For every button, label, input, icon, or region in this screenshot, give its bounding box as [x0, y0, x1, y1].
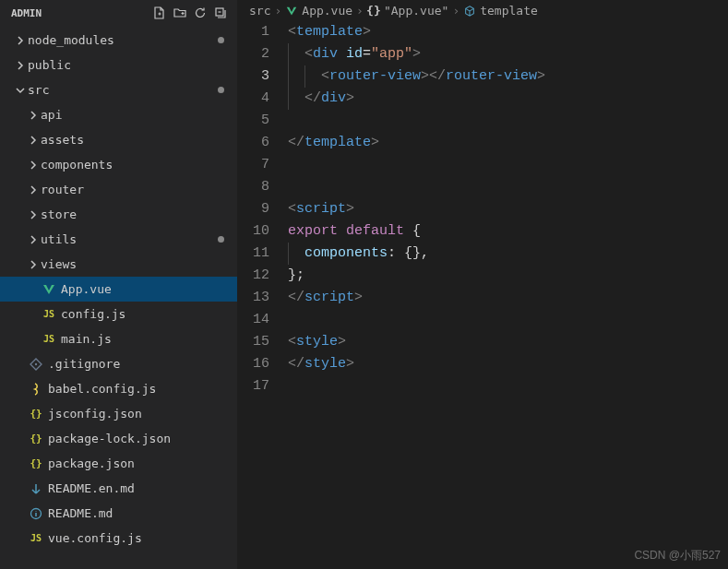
- tree-file[interactable]: {}jsconfig.json: [0, 401, 237, 426]
- file-explorer-sidebar: ADMIN node_modulespublicsrcapiassetscomp…: [0, 0, 238, 569]
- chevron-down-icon: [13, 83, 28, 98]
- tree-item-label: components: [41, 158, 230, 172]
- modified-dot-icon: [218, 87, 224, 93]
- js-icon: JS: [41, 331, 57, 348]
- tree-folder[interactable]: assets: [0, 127, 237, 152]
- tree-file[interactable]: {}package.json: [0, 451, 237, 476]
- tree-item-label: babel.config.js: [48, 382, 230, 396]
- chevron-right-icon: ›: [452, 4, 459, 18]
- info-icon: [28, 505, 44, 522]
- cube-icon: [463, 5, 476, 18]
- chevron-right-icon: [26, 183, 41, 197]
- new-file-icon[interactable]: [150, 4, 169, 22]
- json-icon: {}: [28, 431, 44, 447]
- tree-item-label: config.js: [61, 307, 230, 321]
- breadcrumb-file[interactable]: App.vue: [285, 4, 352, 18]
- code-editor[interactable]: 1234567891011121314151617 <template><div…: [238, 21, 728, 569]
- tree-folder[interactable]: public: [0, 53, 237, 77]
- tree-folder[interactable]: src: [0, 77, 237, 102]
- chevron-right-icon: [26, 108, 41, 123]
- tree-folder[interactable]: node_modules: [0, 28, 237, 53]
- svg-point-1: [35, 362, 37, 364]
- file-tree: node_modulespublicsrcapiassetscomponents…: [0, 26, 237, 569]
- sidebar-header: ADMIN: [0, 0, 237, 26]
- tree-item-label: router: [41, 183, 230, 196]
- tree-file[interactable]: README.md: [0, 501, 237, 526]
- tree-file[interactable]: JSmain.js: [0, 326, 237, 351]
- editor-pane: src › App.vue › {} "App.vue" › template …: [238, 0, 728, 569]
- tree-item-label: jsconfig.json: [48, 407, 230, 421]
- modified-dot-icon: [218, 37, 224, 43]
- chevron-right-icon: [26, 133, 41, 148]
- js-icon: JS: [41, 306, 57, 323]
- tree-file[interactable]: JSconfig.js: [0, 302, 237, 326]
- tree-file[interactable]: App.vue: [0, 277, 237, 302]
- tree-item-label: utils: [41, 232, 218, 246]
- tree-folder[interactable]: store: [0, 202, 237, 227]
- tree-file[interactable]: .gitignore: [0, 351, 237, 376]
- refresh-icon[interactable]: [191, 4, 209, 22]
- tree-file[interactable]: JSvue.config.js: [0, 526, 237, 551]
- tree-item-label: main.js: [61, 332, 230, 346]
- tree-item-label: package-lock.json: [48, 432, 230, 445]
- tree-item-label: package.json: [48, 456, 230, 470]
- vue-icon: [41, 281, 57, 298]
- tree-item-label: public: [28, 58, 230, 72]
- modified-dot-icon: [218, 236, 224, 243]
- chevron-right-icon: ›: [356, 4, 364, 18]
- tree-folder[interactable]: utils: [0, 227, 237, 252]
- breadcrumb-node[interactable]: template: [463, 4, 538, 18]
- line-gutter: 1234567891011121314151617: [238, 21, 284, 569]
- chevron-right-icon: [13, 58, 28, 73]
- chevron-right-icon: [26, 158, 41, 172]
- js-icon: JS: [28, 530, 44, 547]
- chevron-right-icon: ›: [274, 4, 281, 18]
- breadcrumb: src › App.vue › {} "App.vue" › template: [238, 0, 728, 21]
- chevron-right-icon: [13, 33, 28, 48]
- chevron-right-icon: [26, 207, 41, 222]
- babel-icon: [28, 381, 44, 397]
- sidebar-actions: [150, 4, 230, 22]
- breadcrumb-symbol[interactable]: {} "App.vue": [367, 4, 448, 18]
- tree-item-label: src: [28, 83, 218, 97]
- new-folder-icon[interactable]: [171, 4, 189, 22]
- sidebar-title: ADMIN: [11, 7, 150, 19]
- tree-item-label: assets: [41, 133, 230, 147]
- tree-item-label: README.md: [48, 506, 230, 520]
- breadcrumb-folder[interactable]: src: [249, 4, 270, 18]
- code-content[interactable]: <template><div id="app"><router-view></r…: [284, 21, 728, 569]
- collapse-all-icon[interactable]: [211, 4, 230, 22]
- tree-item-label: store: [41, 207, 230, 221]
- tree-file[interactable]: README.en.md: [0, 476, 237, 501]
- json-icon: {}: [28, 406, 44, 422]
- md-icon: [28, 480, 44, 497]
- braces-icon: {}: [367, 5, 380, 18]
- git-icon: [28, 356, 44, 373]
- tree-file[interactable]: babel.config.js: [0, 376, 237, 401]
- tree-item-label: views: [41, 257, 230, 271]
- tree-folder[interactable]: router: [0, 177, 237, 202]
- tree-item-label: App.vue: [61, 282, 230, 296]
- tree-item-label: .gitignore: [48, 357, 230, 371]
- tree-item-label: vue.config.js: [48, 531, 230, 545]
- watermark-text: CSDN @小雨527: [634, 548, 721, 563]
- tree-folder[interactable]: components: [0, 152, 237, 177]
- tree-item-label: node_modules: [28, 33, 218, 47]
- json-icon: {}: [28, 456, 44, 472]
- tree-item-label: README.en.md: [48, 481, 230, 495]
- tree-file[interactable]: {}package-lock.json: [0, 426, 237, 451]
- tree-item-label: api: [41, 108, 230, 122]
- tree-folder[interactable]: views: [0, 252, 237, 277]
- chevron-right-icon: [26, 232, 41, 247]
- tree-folder[interactable]: api: [0, 102, 237, 127]
- vue-icon: [285, 5, 298, 18]
- chevron-right-icon: [26, 257, 41, 272]
